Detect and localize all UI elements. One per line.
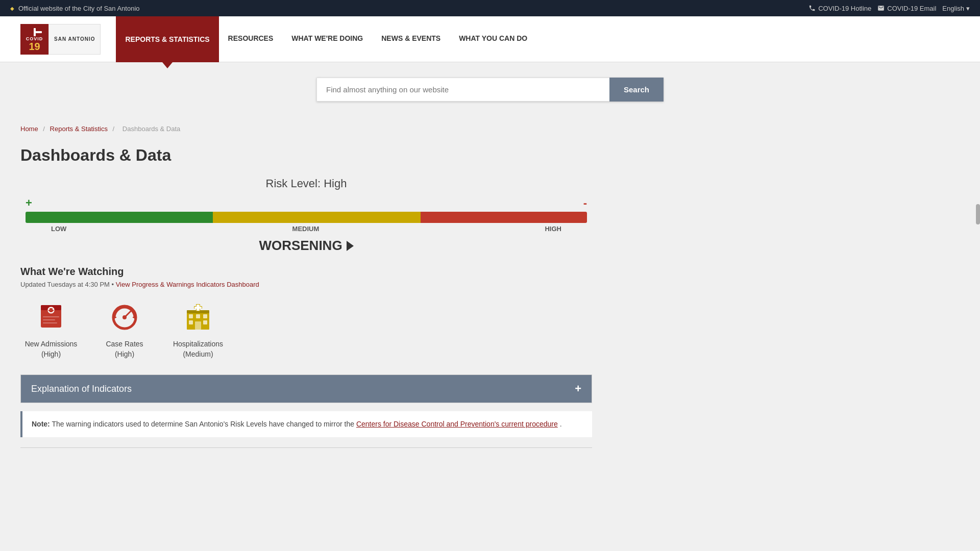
watching-bullet: • <box>112 281 116 288</box>
search-input[interactable] <box>316 78 609 102</box>
indicator-hospitalizations: Hospitalizations(Medium) <box>167 298 229 359</box>
bar-low <box>26 212 213 223</box>
risk-level-section: Risk Level: High + - LOW MEDIUM HIGH WOR… <box>20 177 592 254</box>
admissions-icon <box>33 298 69 334</box>
breadcrumb-reports[interactable]: Reports & Statistics <box>50 125 108 133</box>
header: COVID 19 SAN ANTONIO REPORTS & STATISTIC… <box>0 16 980 62</box>
risk-level-title: Risk Level: High <box>20 177 592 190</box>
email-link[interactable]: COVID-19 Email <box>877 5 936 12</box>
breadcrumb-current: Dashboards & Data <box>122 125 180 133</box>
note-end: . <box>560 420 562 428</box>
hotline-link[interactable]: COVID-19 Hotline <box>808 5 871 12</box>
main-content: Dashboards & Data Risk Level: High + - L… <box>0 141 612 468</box>
hospitalizations-icon <box>180 298 216 334</box>
risk-plusminus: + - <box>26 196 587 210</box>
svg-rect-17 <box>196 314 200 318</box>
risk-label-high: HIGH <box>545 225 561 233</box>
svg-rect-5 <box>43 316 59 317</box>
risk-label-low: LOW <box>51 225 66 233</box>
main-nav: REPORTS & STATISTICS RESOURCES WHAT WE'R… <box>116 16 536 62</box>
email-icon <box>877 5 885 12</box>
logo-box: COVID 19 <box>20 24 48 55</box>
nav-news-events[interactable]: NEWS & EVENTS <box>372 16 450 62</box>
svg-rect-18 <box>203 314 207 318</box>
worsening-row: WORSENING <box>20 238 592 254</box>
first-aid-icon <box>36 301 66 332</box>
search-container: Search <box>316 78 664 102</box>
risk-label-medium: MEDIUM <box>292 225 320 233</box>
svg-rect-20 <box>203 320 207 324</box>
page-title: Dashboards & Data <box>20 146 592 165</box>
phone-icon <box>808 5 816 12</box>
watching-update: Updated Tuesdays at 4:30 PM • View Progr… <box>20 281 592 288</box>
top-bar-right: COVID-19 Hotline COVID-19 Email English … <box>808 5 970 12</box>
language-selector[interactable]: English ▾ <box>942 5 970 12</box>
svg-rect-25 <box>194 307 202 309</box>
nav-resources[interactable]: RESOURCES <box>219 16 283 62</box>
minus-sign: - <box>583 196 587 210</box>
watching-section: What We're Watching Updated Tuesdays at … <box>20 266 592 359</box>
worsening-label: WORSENING <box>259 238 342 254</box>
risk-labels: LOW MEDIUM HIGH <box>26 225 587 233</box>
hotline-label: COVID-19 Hotline <box>818 5 871 12</box>
svg-rect-16 <box>189 314 193 318</box>
logo-text: SAN ANTONIO <box>48 24 101 55</box>
explanation-header[interactable]: Explanation of Indicators + <box>21 375 592 403</box>
watching-dashboard-link[interactable]: View Progress & Warnings Indicators Dash… <box>116 281 259 288</box>
indicator-admissions: New Admissions(High) <box>20 298 82 359</box>
hospitalizations-label: Hospitalizations(Medium) <box>173 339 223 359</box>
logo-link[interactable]: COVID 19 SAN ANTONIO <box>20 24 101 55</box>
bar-high <box>421 212 587 223</box>
scrollbar[interactable] <box>976 204 980 224</box>
svg-rect-21 <box>195 321 201 330</box>
breadcrumb-separator-2: / <box>113 125 116 133</box>
explanation-label: Explanation of Indicators <box>31 384 132 394</box>
case-rates-label: Case Rates(High) <box>106 339 143 359</box>
note-bold: Note: <box>32 420 50 428</box>
breadcrumb-separator-1: / <box>43 125 46 133</box>
watching-title: What We're Watching <box>20 266 592 278</box>
worsening-arrow-icon <box>347 241 354 251</box>
search-button[interactable]: Search <box>609 78 664 102</box>
expand-icon: + <box>575 382 581 395</box>
note-text: The warning indicators used to determine… <box>52 420 356 428</box>
top-bar: ◆ Official website of the City of San An… <box>0 0 980 16</box>
risk-bar-container: + - LOW MEDIUM HIGH <box>20 196 592 233</box>
speedometer-icon <box>109 301 140 332</box>
explanation-section: Explanation of Indicators + <box>20 374 592 403</box>
language-label: English <box>942 5 964 12</box>
plus-sign: + <box>26 196 32 210</box>
watching-update-text: Updated Tuesdays at 4:30 PM <box>20 281 110 288</box>
svg-rect-6 <box>43 319 55 320</box>
indicators-row: New Admissions(High) Case Rates(High) <box>20 298 592 359</box>
svg-point-10 <box>122 315 127 319</box>
svg-rect-7 <box>43 322 57 323</box>
svg-rect-4 <box>48 310 54 311</box>
note-section: Note: The warning indicators used to det… <box>20 411 592 437</box>
content-divider <box>20 447 592 448</box>
diamond-icon: ◆ <box>10 6 14 11</box>
bar-medium <box>213 212 421 223</box>
chevron-down-icon: ▾ <box>966 5 970 12</box>
top-bar-official: ◆ Official website of the City of San An… <box>10 5 140 12</box>
nav-reports-statistics[interactable]: REPORTS & STATISTICS <box>116 16 218 62</box>
official-text: Official website of the City of San Anto… <box>18 5 140 12</box>
indicator-case-rates: Case Rates(High) <box>94 298 155 359</box>
nav-what-you-can-do[interactable]: WHAT YOU CAN DO <box>450 16 536 62</box>
svg-rect-19 <box>189 320 193 324</box>
nav-what-were-doing[interactable]: WHAT WE'RE DOING <box>282 16 372 62</box>
email-label: COVID-19 Email <box>887 5 936 12</box>
admissions-label: New Admissions(High) <box>25 339 78 359</box>
search-area: Search <box>0 62 980 117</box>
case-rates-icon <box>107 298 142 334</box>
breadcrumb: Home / Reports & Statistics / Dashboards… <box>0 117 980 141</box>
note-cdc-link[interactable]: Centers for Disease Control and Preventi… <box>356 420 558 428</box>
risk-bar <box>26 212 587 223</box>
hospital-building-icon <box>183 301 213 332</box>
breadcrumb-home[interactable]: Home <box>20 125 38 133</box>
